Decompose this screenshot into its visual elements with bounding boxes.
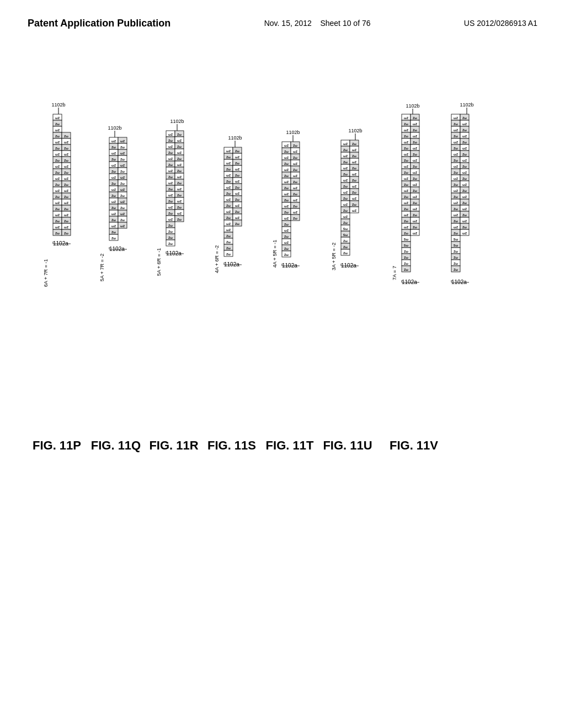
svg-text:ωZ: ωZ bbox=[413, 183, 418, 186]
svg-text:Zω: Zω bbox=[235, 174, 239, 177]
svg-text:ωZ: ωZ bbox=[177, 139, 182, 142]
svg-text:ωZ: ωZ bbox=[55, 189, 60, 192]
svg-text:ωZ: ωZ bbox=[235, 216, 240, 220]
svg-text:Zω: Zω bbox=[235, 186, 239, 189]
svg-text:ωZ: ωZ bbox=[413, 122, 418, 126]
fig-11u-right-col: Zω ωZ Zω ωZ Zω ωZ Zω ωZ Zω ωZ Zω ωZ bbox=[350, 140, 359, 213]
svg-text:Zω: Zω bbox=[404, 135, 408, 138]
svg-text:1102b: 1102b bbox=[406, 103, 419, 109]
svg-text:6A + 7R = -1: 6A + 7R = -1 bbox=[43, 259, 49, 287]
fig-11t-right-col: Zω ωZ Zω ωZ Zω ωZ Zω ωZ Zω ωZ Zω ωZ Zω bbox=[291, 142, 300, 221]
svg-text:ωZ: ωZ bbox=[177, 151, 182, 154]
svg-text:ωZ: ωZ bbox=[462, 135, 467, 138]
svg-text:Zω: Zω bbox=[293, 144, 297, 147]
svg-text:Zω: Zω bbox=[111, 206, 116, 210]
svg-text:Zω: Zω bbox=[177, 157, 182, 160]
svg-text:Zω: Zω bbox=[226, 192, 231, 195]
patent-number: US 2012/0286913 A1 bbox=[464, 19, 537, 28]
svg-text:Zω: Zω bbox=[343, 251, 348, 255]
svg-text:Zω: Zω bbox=[235, 210, 239, 213]
svg-text:Sω: Sω bbox=[454, 244, 459, 247]
svg-text:Zω: Zω bbox=[413, 177, 417, 180]
svg-text:ωZ: ωZ bbox=[168, 218, 173, 221]
svg-text:ωZ: ωZ bbox=[64, 165, 69, 168]
svg-text:Zω: Zω bbox=[413, 129, 417, 132]
svg-text:ωZ: ωZ bbox=[462, 220, 467, 223]
svg-text:Zω: Zω bbox=[226, 240, 231, 244]
fig-11p-right-col: Zω ωZ Zω ωZ Zω ωZ Zω ωZ Zω ωZ Zω ωZ Zω bbox=[62, 132, 71, 235]
svg-text:ωZ: ωZ bbox=[284, 168, 289, 172]
svg-text:Zω: Zω bbox=[64, 171, 68, 174]
svg-text:ωZ: ωZ bbox=[404, 165, 409, 168]
svg-text:1102b: 1102b bbox=[460, 102, 473, 108]
svg-text:ωZ: ωZ bbox=[235, 156, 240, 159]
svg-text:ωZ: ωZ bbox=[55, 165, 60, 168]
svg-text:Zω: Zω bbox=[168, 200, 173, 203]
svg-text:ωZ: ωZ bbox=[64, 189, 69, 192]
svg-text:ωZ: ωZ bbox=[111, 140, 116, 143]
fig-11r-left-col: ωZ Zω ωZ Zω ωZ Zω ωZ Zω ωZ Zω ωZ Zω ωZ bbox=[166, 131, 175, 240]
svg-text:ωZ: ωZ bbox=[226, 162, 231, 165]
svg-text:Zω: Zω bbox=[111, 158, 116, 161]
svg-text:ωZ: ωZ bbox=[462, 122, 467, 126]
svg-text:ωZ: ωZ bbox=[404, 226, 409, 229]
svg-text:ωZ: ωZ bbox=[454, 165, 459, 168]
svg-text:Zω: Zω bbox=[454, 262, 458, 265]
svg-text:ωZ: ωZ bbox=[404, 141, 409, 144]
svg-text:ωZ: ωZ bbox=[168, 169, 173, 173]
fig-11t-left-col: ωZ Zω ωZ Zω ωZ Zω ωZ Zω ωZ Zω ωZ Zω ωZ bbox=[282, 142, 291, 257]
svg-text:Zω: Zω bbox=[352, 191, 356, 194]
svg-text:ωZ: ωZ bbox=[454, 116, 459, 120]
svg-text:Sω: Sω bbox=[454, 238, 459, 241]
svg-text:ωZ: ωZ bbox=[343, 215, 348, 218]
svg-text:1102a: 1102a bbox=[402, 279, 417, 285]
svg-text:Zω: Zω bbox=[413, 189, 417, 192]
svg-text:1102b: 1102b bbox=[170, 119, 184, 124]
svg-text:Zω: Zω bbox=[111, 194, 116, 197]
svg-text:1102a: 1102a bbox=[282, 263, 297, 269]
diagram-area: 6A + 7R = -1 1102b ωZ Zω ωZ Zω ωZ bbox=[17, 85, 552, 499]
svg-text:ωZ: ωZ bbox=[462, 195, 467, 199]
svg-text:Zω: Zω bbox=[462, 129, 467, 132]
svg-text:Zω: Zω bbox=[343, 148, 348, 152]
svg-text:Zω: Zω bbox=[404, 232, 408, 235]
svg-text:Zω: Zω bbox=[64, 207, 68, 211]
svg-text:Zω: Zω bbox=[111, 231, 116, 234]
svg-text:ωZ: ωZ bbox=[284, 156, 289, 159]
svg-text:Zω: Zω bbox=[454, 207, 458, 211]
svg-text:Zω: Zω bbox=[284, 174, 289, 178]
fig-11p-left-col: ωZ Zω ωZ Zω ωZ Zω ωZ Zω ωZ Zω ωZ Zω ωZ bbox=[53, 114, 62, 235]
svg-text:1102b: 1102b bbox=[108, 125, 121, 131]
svg-text:ωZ: ωZ bbox=[64, 213, 69, 217]
svg-text:Zω: Zω bbox=[404, 159, 408, 162]
svg-text:Zω: Zω bbox=[168, 224, 173, 227]
svg-text:Zω: Zω bbox=[404, 256, 408, 259]
svg-text:ωZ: ωZ bbox=[168, 133, 173, 136]
svg-text:Zω: Zω bbox=[343, 209, 348, 212]
svg-text:ωZ: ωZ bbox=[293, 150, 298, 153]
svg-text:Zω: Zω bbox=[293, 217, 297, 220]
svg-text:Zω: Zω bbox=[462, 165, 467, 168]
svg-text:ωZ: ωZ bbox=[120, 164, 125, 167]
svg-text:ωZ: ωZ bbox=[343, 167, 348, 170]
svg-text:ωZ: ωZ bbox=[462, 171, 467, 174]
fig-11q-left-col: ωZ Zω ωZ Zω ωZ Zω ωZ Zω ωZ Zω ωZ Zω ωZ bbox=[109, 137, 118, 240]
svg-text:ωZ: ωZ bbox=[64, 201, 69, 205]
svg-text:ωZ: ωZ bbox=[404, 129, 409, 132]
svg-text:Zω: Zω bbox=[177, 218, 182, 221]
svg-text:Zω: Zω bbox=[55, 207, 60, 211]
svg-text:Zω: Zω bbox=[177, 181, 182, 185]
svg-text:ωZ: ωZ bbox=[111, 152, 116, 155]
svg-text:ωZ: ωZ bbox=[55, 129, 60, 132]
svg-text:Zω: Zω bbox=[55, 220, 60, 223]
main-diagram-svg: 6A + 7R = -1 1102b ωZ Zω ωZ Zω ωZ bbox=[17, 85, 552, 499]
svg-text:ωZ: ωZ bbox=[64, 141, 69, 144]
svg-text:ωZ: ωZ bbox=[352, 185, 357, 188]
svg-text:Zω: Zω bbox=[454, 195, 458, 199]
svg-text:ωZ: ωZ bbox=[413, 159, 418, 162]
svg-text:ωZ: ωZ bbox=[168, 145, 173, 148]
svg-text:ωZ: ωZ bbox=[462, 183, 467, 186]
svg-text:ωZ: ωZ bbox=[55, 213, 60, 217]
svg-text:Zω: Zω bbox=[293, 205, 297, 208]
svg-text:Zω: Zω bbox=[454, 183, 458, 186]
